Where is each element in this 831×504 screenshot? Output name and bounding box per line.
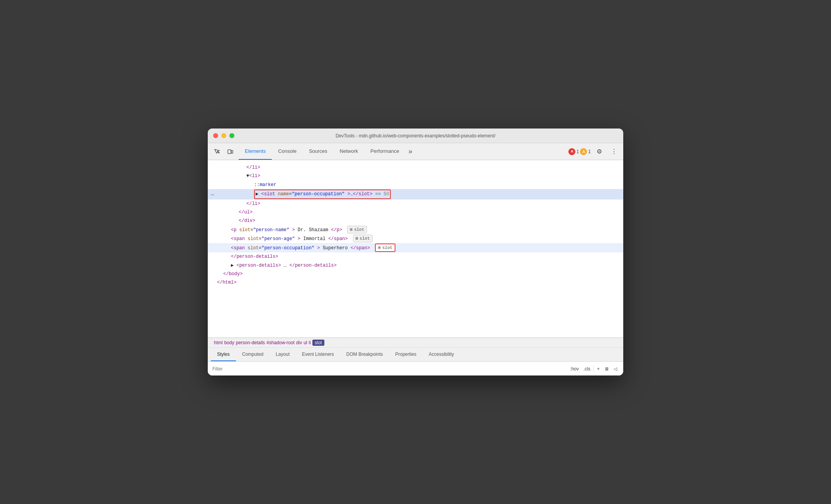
breadcrumb-slot[interactable]: slot [312,340,324,346]
titlebar: DevTools - mdn.github.io/web-components-… [208,129,623,143]
svg-rect-0 [228,150,231,154]
tab-elements[interactable]: Elements [239,143,272,160]
breadcrumb-ul[interactable]: ul [304,340,307,345]
dom-line-span-occupation[interactable]: <span slot="person-occupation" > Superhe… [208,243,623,253]
dom-line[interactable]: </person-details> [208,252,623,261]
selected-element-box: ▶ <slot name="person-occupation" >…</slo… [254,189,391,199]
slot-badge-icon: ⊞ [350,226,353,233]
settings-button[interactable]: ⚙ [593,145,605,158]
dom-line-person-details-collapsed[interactable]: ▶ <person-details> … </person-details> [208,261,623,270]
tab-console[interactable]: Console [272,143,303,160]
tab-properties[interactable]: Properties [389,348,423,361]
tab-network[interactable]: Network [334,143,365,160]
close-sidebar-button[interactable]: ◁ [612,365,619,372]
dom-line-slot-selected[interactable]: … ▶ <slot name="person-occupation" >…</s… [208,189,623,199]
tab-list: Elements Console Sources Network Perform… [239,143,568,160]
maximize-button[interactable] [229,133,234,138]
dom-line[interactable]: </div> [208,216,623,225]
dots-indicator: … [211,189,214,199]
breadcrumb-bar: html body person-details #shadow-root di… [208,338,623,348]
breadcrumb-div[interactable]: div [296,340,302,345]
breadcrumb-person-details[interactable]: person-details [236,340,265,345]
tab-event-listeners[interactable]: Event Listeners [296,348,340,361]
slot-badge-age[interactable]: ⊞slot [353,235,373,243]
dom-line-marker[interactable]: ::marker [208,181,623,189]
close-button[interactable] [213,133,218,138]
error-badge: ✕ 1 ⚠ 1 [568,148,591,155]
dom-line-body-close[interactable]: </body> [208,270,623,278]
slot-badge-occupation[interactable]: ⊞slot [375,244,395,252]
dom-line[interactable]: </li> [208,163,623,172]
tab-styles[interactable]: Styles [211,348,236,361]
dom-panel: </li> ▼<li> ::marker … ▶ <slot name="per… [208,160,623,338]
dom-line-span-age[interactable]: <span slot="person-age" > Immortal </spa… [208,234,623,243]
breadcrumb-li[interactable]: li [309,340,310,345]
inspect-element-button[interactable] [211,145,223,158]
cls-button[interactable]: .cls [582,365,592,372]
toolbar-right: ✕ 1 ⚠ 1 ⚙ ⋮ [568,145,620,158]
bottom-tabs: Styles Computed Layout Event Listeners D… [208,348,623,362]
tab-sources[interactable]: Sources [303,143,334,160]
filter-input[interactable] [212,366,565,372]
filter-bar: :hov .cls + 🖥 ◁ [208,362,623,375]
filter-actions: :hov .cls + 🖥 ◁ [568,365,619,372]
tab-dom-breakpoints[interactable]: DOM Breakpoints [340,348,389,361]
traffic-lights [213,133,234,138]
tab-performance[interactable]: Performance [364,143,405,160]
slot-badge-name[interactable]: ⊞slot [347,226,367,234]
hov-button[interactable]: :hov [568,365,580,372]
warning-icon: ⚠ [580,148,587,155]
tab-computed[interactable]: Computed [236,348,270,361]
error-number: 1 [577,149,579,154]
slot-badge-icon: ⊞ [378,244,381,252]
error-count: ✕ [568,148,575,155]
filter-divider [594,365,594,372]
tab-layout[interactable]: Layout [270,348,296,361]
dom-line[interactable]: ▼<li> [208,172,623,180]
devtools-window: DevTools - mdn.github.io/web-components-… [208,129,623,375]
breadcrumb-html[interactable]: html [214,340,223,345]
more-tabs-button[interactable]: » [405,143,416,160]
svg-rect-1 [231,151,233,153]
dom-line[interactable]: </ul> [208,208,623,216]
window-title: DevTools - mdn.github.io/web-components-… [336,133,495,139]
slot-badge-icon: ⊞ [356,235,358,242]
breadcrumb-body[interactable]: body [224,340,234,345]
dom-line-html-close[interactable]: </html> [208,278,623,287]
toolbar: Elements Console Sources Network Perform… [208,143,623,160]
breadcrumb-shadow-root[interactable]: #shadow-root [266,340,295,345]
dom-line[interactable]: </li> [208,200,623,208]
dom-line-p-name[interactable]: <p slot="person-name" > Dr. Shazaam </p>… [208,225,623,234]
add-style-button[interactable]: + [595,365,601,372]
tab-accessibility[interactable]: Accessibility [422,348,460,361]
minimize-button[interactable] [221,133,226,138]
computed-sidebar-button[interactable]: 🖥 [603,365,611,372]
device-toolbar-button[interactable] [224,145,236,158]
warning-number: 1 [588,149,591,154]
more-options-button[interactable]: ⋮ [608,145,620,158]
